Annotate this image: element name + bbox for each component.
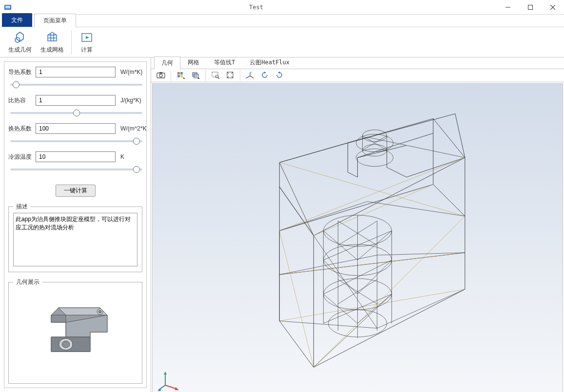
heat-transf-label: 换热系数 bbox=[8, 125, 34, 133]
axes-xyz-icon: yxz bbox=[246, 71, 254, 80]
geometry-preview-legend: 几何展示 bbox=[13, 278, 42, 286]
side-panel: 导热系数 W/(m*K) 比热容 J/(kg*K) 换热系数 W/(m^2*K)… bbox=[0, 57, 151, 392]
zoom-selection-button[interactable] bbox=[223, 69, 237, 82]
svg-point-27 bbox=[159, 74, 162, 77]
svg-rect-1 bbox=[5, 6, 10, 7]
layers-icon bbox=[191, 71, 200, 80]
transparency-button[interactable] bbox=[189, 69, 202, 82]
ribbon-tabs: 文件 页面菜单 bbox=[0, 15, 564, 27]
app-icon bbox=[3, 3, 12, 12]
rotate-cw-icon bbox=[275, 71, 284, 80]
tab-cloud[interactable]: 云图HeatFlux bbox=[242, 56, 297, 69]
cold-temp-label: 冷源温度 bbox=[8, 153, 34, 161]
scene-light-button[interactable] bbox=[174, 69, 188, 82]
rotate-ccw-icon bbox=[260, 71, 269, 80]
tab-geometry[interactable]: 几何 bbox=[154, 56, 180, 69]
heat-transf-input[interactable] bbox=[36, 123, 116, 134]
mesh-icon bbox=[45, 30, 59, 45]
wireframe-model bbox=[153, 84, 563, 392]
thermal-cond-unit: W/(m*K) bbox=[117, 69, 147, 75]
default-view-button[interactable]: yxz bbox=[243, 69, 257, 82]
svg-line-96 bbox=[279, 163, 313, 236]
svg-line-70 bbox=[358, 260, 392, 294]
geometry-icon bbox=[13, 30, 27, 45]
svg-rect-31 bbox=[180, 75, 183, 77]
cold-temp-input[interactable] bbox=[36, 151, 116, 162]
svg-line-49 bbox=[279, 158, 465, 231]
rotate-cw-button[interactable] bbox=[272, 69, 286, 82]
build-mesh-label: 生成网格 bbox=[40, 46, 64, 54]
svg-rect-28 bbox=[177, 72, 180, 75]
svg-marker-15 bbox=[86, 36, 89, 39]
build-mesh-button[interactable]: 生成网格 bbox=[36, 28, 68, 56]
svg-line-69 bbox=[323, 260, 357, 294]
svg-rect-2 bbox=[5, 7, 10, 8]
expand-icon bbox=[226, 71, 234, 80]
description-text bbox=[13, 213, 137, 266]
snapshot-button[interactable] bbox=[154, 69, 168, 82]
description-group: 描述 bbox=[8, 203, 142, 272]
svg-line-86 bbox=[279, 137, 367, 163]
window-title: Test bbox=[16, 4, 497, 11]
minimize-button[interactable] bbox=[497, 0, 519, 15]
svg-rect-36 bbox=[212, 72, 218, 77]
svg-line-54 bbox=[279, 231, 313, 367]
close-button[interactable] bbox=[542, 0, 564, 15]
svg-line-95 bbox=[313, 294, 391, 367]
svg-line-102 bbox=[158, 385, 165, 390]
svg-marker-46 bbox=[264, 72, 266, 74]
svg-line-71 bbox=[323, 294, 357, 323]
svg-rect-29 bbox=[180, 72, 183, 75]
svg-line-51 bbox=[279, 289, 465, 321]
svg-line-48 bbox=[279, 163, 465, 216]
thermal-cond-label: 导热系数 bbox=[8, 68, 34, 76]
spec-heat-unit: J/(kg*K) bbox=[117, 97, 147, 104]
spec-heat-input[interactable] bbox=[36, 95, 116, 106]
thermal-cond-slider[interactable] bbox=[10, 84, 142, 86]
svg-line-100 bbox=[165, 385, 177, 389]
graphics-canvas[interactable] bbox=[152, 83, 563, 392]
svg-rect-34 bbox=[194, 74, 198, 78]
svg-rect-4 bbox=[528, 5, 533, 9]
svg-line-89 bbox=[368, 202, 465, 216]
geometry-preview-group: 几何展示 bbox=[8, 278, 142, 384]
svg-line-93 bbox=[377, 289, 465, 328]
svg-line-53 bbox=[313, 216, 465, 367]
svg-point-22 bbox=[62, 341, 70, 348]
file-tab[interactable]: 文件 bbox=[2, 13, 32, 27]
svg-point-24 bbox=[98, 310, 101, 313]
cold-temp-unit: K bbox=[117, 153, 147, 160]
svg-marker-35 bbox=[198, 77, 200, 79]
param-cold-temp: 冷源温度 K bbox=[8, 151, 142, 162]
param-specific-heat: 比热容 J/(kg*K) bbox=[8, 95, 142, 106]
svg-rect-26 bbox=[159, 72, 162, 74]
svg-marker-47 bbox=[278, 72, 280, 74]
tab-mesh[interactable]: 网格 bbox=[180, 56, 207, 69]
param-heat-transfer: 换热系数 W/(m^2*K) bbox=[8, 123, 142, 134]
svg-line-91 bbox=[377, 253, 465, 255]
compute-button[interactable]: 计算 bbox=[75, 28, 99, 56]
build-geometry-button[interactable]: 生成几何 bbox=[4, 28, 36, 56]
thermal-cond-input[interactable] bbox=[36, 67, 116, 77]
svg-point-57 bbox=[356, 149, 393, 167]
rotate-ccw-button[interactable] bbox=[258, 69, 272, 82]
tab-contour[interactable]: 等值线T bbox=[207, 56, 242, 69]
svg-line-38 bbox=[218, 77, 219, 79]
zoom-extents-button[interactable] bbox=[209, 69, 222, 82]
svg-point-81 bbox=[363, 145, 387, 156]
geometry-preview[interactable] bbox=[13, 288, 137, 366]
svg-text:y: y bbox=[251, 71, 252, 74]
svg-marker-99 bbox=[164, 372, 167, 374]
spec-heat-slider[interactable] bbox=[10, 112, 142, 114]
cold-temp-slider[interactable] bbox=[10, 168, 142, 170]
page-menu-tab[interactable]: 页面菜单 bbox=[34, 14, 76, 27]
axis-triad bbox=[157, 368, 181, 392]
param-thermal-conductivity: 导热系数 W/(m*K) bbox=[8, 67, 142, 77]
svg-marker-101 bbox=[175, 387, 179, 390]
ribbon-separator bbox=[71, 30, 72, 55]
maximize-button[interactable] bbox=[519, 0, 542, 15]
one-click-compute-button[interactable]: 一键计算 bbox=[56, 185, 96, 197]
heat-transf-slider[interactable] bbox=[10, 140, 142, 142]
svg-text:x: x bbox=[253, 76, 254, 79]
svg-line-67 bbox=[323, 231, 357, 260]
